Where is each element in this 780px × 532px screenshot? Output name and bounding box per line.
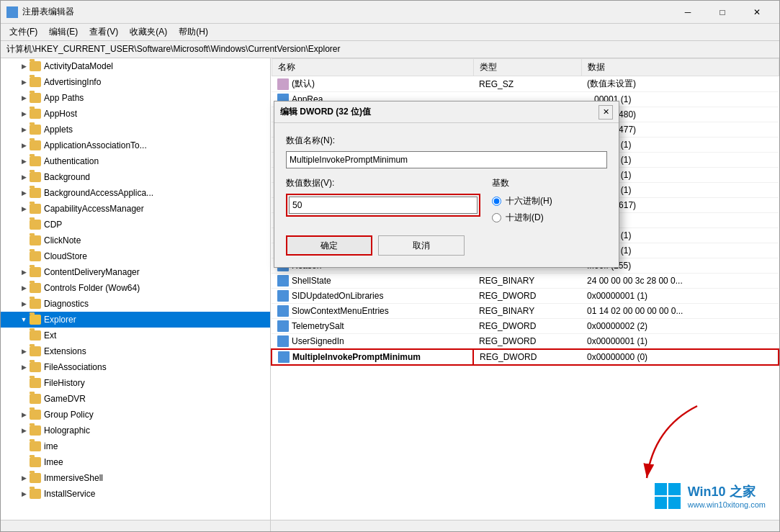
tree-scrollbar[interactable] <box>1 520 271 531</box>
col-data: 数据 <box>581 59 779 76</box>
list-item[interactable]: ▶ App Paths <box>1 90 270 106</box>
list-item[interactable]: ClickNote <box>1 233 270 248</box>
list-item[interactable]: ▶ Extensions <box>1 343 270 359</box>
close-button[interactable]: ✕ <box>740 5 774 19</box>
folder-icon <box>30 299 41 309</box>
edit-dword-dialog: 编辑 DWORD (32 位)值 ✕ 数值名称(N): 数值数据(V): 基数 … <box>274 101 619 268</box>
title-bar-controls: ─ □ ✕ <box>671 5 774 19</box>
tree-item-label: CloudStore <box>44 251 87 261</box>
expander-icon: ▶ <box>18 425 30 436</box>
list-item[interactable]: ▶ ApplicationAssociationTo... <box>1 137 270 153</box>
expander-icon: ▶ <box>18 187 30 199</box>
expander-icon: ▼ <box>18 314 30 325</box>
menu-favorites[interactable]: 收藏夹(A) <box>124 24 173 40</box>
list-item[interactable]: ime <box>1 438 270 454</box>
tree-pane[interactable]: ▶ ActivityDataModel ▶ AdvertisingInfo ▶ … <box>1 58 271 520</box>
window-title: 注册表编辑器 <box>22 6 74 18</box>
menu-file[interactable]: 文件(F) <box>4 24 43 40</box>
expander-icon <box>18 441 30 452</box>
folder-icon <box>30 172 41 182</box>
list-item[interactable]: Ext <box>1 328 270 343</box>
radio-group: 十六进制(H) 十进制(D) <box>492 195 607 224</box>
dec-radio[interactable] <box>492 213 501 222</box>
name-label: 数值名称(N): <box>286 135 607 147</box>
list-item[interactable]: CDP <box>1 217 270 233</box>
table-row[interactable]: SIDUpdatedOnLibraries REG_DWORD 0x000000… <box>272 289 779 304</box>
menu-edit[interactable]: 编辑(E) <box>43 24 84 40</box>
list-item[interactable]: ▶ Controls Folder (Wow64) <box>1 280 270 296</box>
address-bar: 计算机\HKEY_CURRENT_USER\Software\Microsoft… <box>1 41 779 58</box>
reg-icon <box>277 335 289 347</box>
menu-help[interactable]: 帮助(H) <box>173 24 214 40</box>
table-row[interactable]: UserSignedIn REG_DWORD 0x00000001 (1) <box>272 334 779 350</box>
tree-item-label: ContentDeliveryManager <box>44 267 140 277</box>
confirm-button[interactable]: 确定 <box>286 235 372 256</box>
hex-radio-label[interactable]: 十六进制(H) <box>492 195 607 207</box>
maximize-button[interactable]: □ <box>706 5 739 19</box>
data-label: 数值数据(V): <box>286 177 480 189</box>
hex-label: 十六进制(H) <box>506 195 552 207</box>
value-input[interactable] <box>289 197 478 214</box>
table-row-highlighted[interactable]: MultipleInvokePromptMinimum REG_DWORD 0x… <box>272 349 779 365</box>
folder-icon <box>30 93 41 103</box>
list-item[interactable]: ▶ ActivityDataModel <box>1 58 270 74</box>
expander-icon: ▶ <box>18 171 30 183</box>
folder-icon <box>30 315 41 325</box>
value-input-wrapper <box>286 194 480 217</box>
right-scrollbar[interactable] <box>271 520 779 531</box>
col-type: 类型 <box>473 59 581 76</box>
list-item[interactable]: ▶ AppHost <box>1 106 270 122</box>
table-row[interactable]: TelemetrySalt REG_DWORD 0x00000002 (2) <box>272 319 779 334</box>
dialog-title: 编辑 DWORD (32 位)值 <box>280 106 371 118</box>
cancel-button[interactable]: 取消 <box>378 235 465 256</box>
list-item[interactable]: ▶ AdvertisingInfo <box>1 74 270 90</box>
table-row[interactable]: (默认) REG_SZ (数值未设置) <box>272 76 779 92</box>
list-item[interactable]: ▶ Applets <box>1 122 270 137</box>
reg-icon <box>277 305 289 317</box>
tree-item-label: CapabilityAccessManager <box>44 204 144 214</box>
list-item[interactable]: GameDVR <box>1 391 270 407</box>
tree-item-label: FileAssociations <box>44 362 107 372</box>
list-item[interactable]: ▶ ImmersiveShell <box>1 470 270 486</box>
list-item[interactable]: ▶ Group Policy <box>1 407 270 423</box>
expander-icon: ▶ <box>18 60 30 72</box>
list-item[interactable]: ▶ ContentDeliveryManager <box>1 264 270 280</box>
list-item[interactable]: ▶ Holographic <box>1 423 270 438</box>
tree-item-label: Group Policy <box>44 410 94 420</box>
dialog-row: 数值数据(V): 基数 十六进制(H) 十进制(D) <box>286 177 607 224</box>
tree-item-label: Extensions <box>44 346 86 356</box>
dialog-close-button[interactable]: ✕ <box>599 105 613 120</box>
list-item[interactable]: ▶ Authentication <box>1 153 270 169</box>
expander-icon <box>18 251 30 262</box>
list-item[interactable]: ▶ InstallService <box>1 486 270 502</box>
tree-item-label: Imee <box>44 457 63 467</box>
expander-icon: ▶ <box>18 124 30 135</box>
tree-item-label: Background <box>44 172 90 182</box>
list-item-explorer[interactable]: ▼ Explorer <box>1 312 270 328</box>
tree-item-label: BackgroundAccessApplica... <box>44 188 153 198</box>
folder-icon <box>30 330 41 341</box>
folder-icon <box>30 473 41 483</box>
dialog-title-bar: 编辑 DWORD (32 位)值 ✕ <box>274 102 619 123</box>
dec-radio-label[interactable]: 十进制(D) <box>492 212 607 224</box>
list-item[interactable]: FileHistory <box>1 375 270 391</box>
title-bar: 注册表编辑器 ─ □ ✕ <box>1 1 779 24</box>
table-row[interactable]: SlowContextMenuEntries REG_BINARY 01 14 … <box>272 304 779 319</box>
expander-icon: ▶ <box>18 361 30 373</box>
expander-icon: ▶ <box>18 92 30 104</box>
table-row[interactable]: ShellState REG_BINARY 24 00 00 00 3c 28 … <box>272 274 779 289</box>
expander-icon: ▶ <box>18 76 30 88</box>
name-input[interactable] <box>286 151 607 168</box>
list-item[interactable]: ▶ Background <box>1 169 270 185</box>
list-item[interactable]: CloudStore <box>1 248 270 264</box>
list-item[interactable]: Imee <box>1 454 270 470</box>
list-item[interactable]: ▶ CapabilityAccessManager <box>1 201 270 217</box>
list-item[interactable]: ▶ Diagnostics <box>1 296 270 312</box>
menu-view[interactable]: 查看(V) <box>84 24 124 40</box>
list-item[interactable]: ▶ FileAssociations <box>1 359 270 375</box>
hex-radio[interactable] <box>492 197 501 206</box>
minimize-button[interactable]: ─ <box>671 5 704 19</box>
expander-icon <box>18 393 30 405</box>
app-icon <box>6 6 18 18</box>
list-item[interactable]: ▶ BackgroundAccessApplica... <box>1 185 270 201</box>
